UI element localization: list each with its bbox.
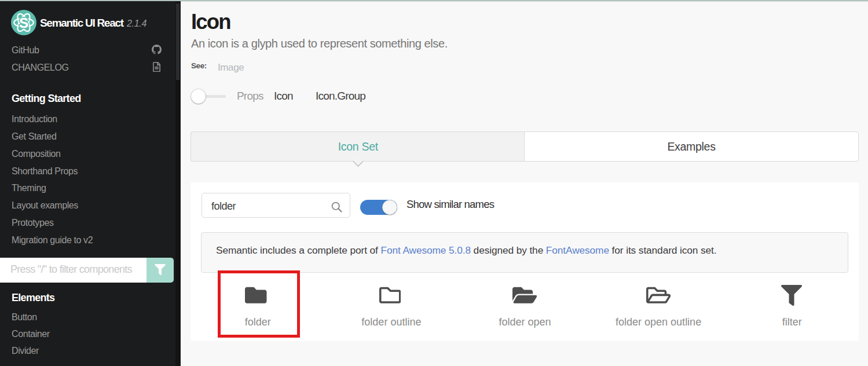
svg-text:S: S	[19, 15, 28, 31]
